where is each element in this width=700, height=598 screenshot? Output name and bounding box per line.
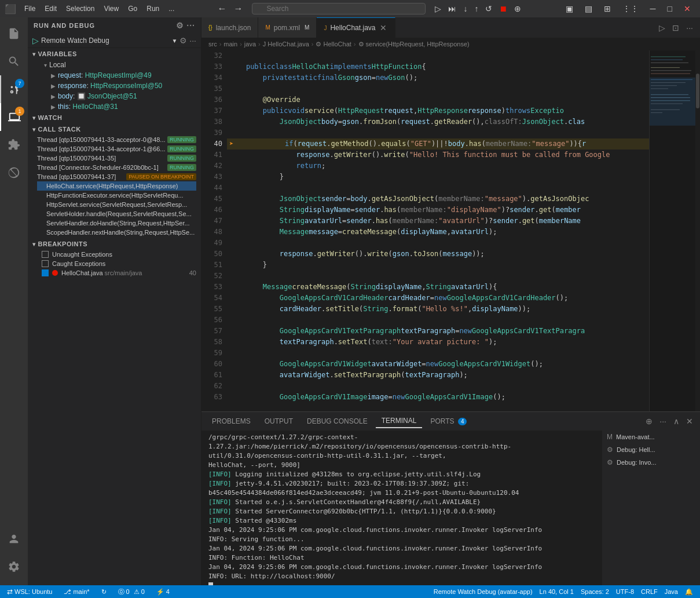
thread-3[interactable]: Thread [qtp1500079441-35] RUNNING xyxy=(28,154,201,163)
close-btn[interactable]: ✕ xyxy=(679,3,695,14)
layout-btn2[interactable]: ▤ xyxy=(580,3,597,14)
panel-tab-problems[interactable]: PROBLEMS xyxy=(206,415,256,428)
status-remote[interactable]: ⇄ WSL: Ubuntu xyxy=(5,585,54,598)
layout-btn4[interactable]: ⋮⋮ xyxy=(618,3,643,14)
activity-search[interactable] xyxy=(0,48,28,75)
restart-btn[interactable]: ↺ xyxy=(483,3,494,14)
more-actions-btn[interactable]: ··· xyxy=(684,22,695,34)
thread-2[interactable]: Thread [qtp1500079441-34-acceptor-1@66..… xyxy=(28,144,201,154)
status-eol[interactable]: CRLF xyxy=(639,585,660,598)
layout-btn3[interactable]: ⊞ xyxy=(599,3,615,14)
panel-tab-terminal[interactable]: TERMINAL xyxy=(376,414,423,428)
activity-settings[interactable] xyxy=(0,553,28,581)
tab-java-close-btn[interactable]: ✕ xyxy=(379,23,388,32)
frame-4[interactable]: ServletHandler.doHandle(String,Request,H… xyxy=(37,218,196,228)
debug-hell-item[interactable]: ⚙ Debug: Hell... xyxy=(602,443,700,456)
step-over-btn[interactable]: ⏭ xyxy=(446,3,459,14)
debug-config-more-btn[interactable]: ··· xyxy=(189,36,196,45)
panel-tab-ports[interactable]: PORTS 4 xyxy=(424,415,472,428)
panel-tab-debug-console[interactable]: DEBUG CONSOLE xyxy=(301,415,373,428)
frame-1[interactable]: HttpFunctionExecutor.service(HttpServlet… xyxy=(37,191,196,200)
layout-btn1[interactable]: ▣ xyxy=(561,3,578,14)
menu-go[interactable]: Go xyxy=(124,3,141,14)
minimize-btn[interactable]: ─ xyxy=(646,3,661,14)
nav-forward-btn[interactable]: → xyxy=(231,2,245,15)
status-sync[interactable]: ↻ xyxy=(99,585,109,598)
status-spaces[interactable]: Spaces: 2 xyxy=(578,585,611,598)
local-group[interactable]: ▾ Local xyxy=(28,60,201,70)
bp-caught[interactable]: Caught Exceptions xyxy=(28,259,201,268)
maximize-btn[interactable]: □ xyxy=(663,3,677,14)
bp-hellochat-checkbox[interactable] xyxy=(42,269,49,276)
status-position[interactable]: Ln 40, Col 1 xyxy=(537,585,576,598)
activity-source-control[interactable]: 7 xyxy=(0,75,28,103)
search-input[interactable] xyxy=(252,3,426,14)
scrollbar-thumb[interactable] xyxy=(696,74,699,108)
activity-debug[interactable]: 1 xyxy=(0,103,28,131)
debug-invo-item[interactable]: ⚙ Debug: Invo... xyxy=(602,456,700,469)
var-this[interactable]: ▶ this : HelloChat@31 xyxy=(28,101,201,112)
bp-hellochat[interactable]: HelloChat.java src/main/java 40 xyxy=(28,268,201,278)
bc-src[interactable]: src xyxy=(208,41,217,48)
var-body[interactable]: ▶ body : 🔲 JsonObject@51 xyxy=(28,91,201,101)
bp-uncaught-checkbox[interactable] xyxy=(42,251,49,258)
frame-5[interactable]: ScopedHandler.nextHandle(String,Request,… xyxy=(37,228,196,237)
bc-file[interactable]: J HelloChat.java xyxy=(263,41,309,48)
continue-btn[interactable]: ▷ xyxy=(433,3,444,14)
split-editor-btn[interactable]: ▷ xyxy=(657,22,668,34)
menu-selection[interactable]: Selection xyxy=(63,3,98,14)
thread-4[interactable]: Thread [Connector-Scheduler-6920b0bc-1] … xyxy=(28,163,201,172)
menu-edit[interactable]: Edit xyxy=(41,3,60,14)
status-notifications[interactable]: 🔔 xyxy=(683,585,695,598)
var-request[interactable]: ▶ request : HttpRequestImpl@49 xyxy=(28,70,201,81)
frame-3[interactable]: ServletHolder.handle(Request,ServletRequ… xyxy=(37,209,196,218)
thread-5[interactable]: Thread [qtp1500079441-37] PAUSED ON BREA… xyxy=(28,172,201,238)
menu-more[interactable]: ... xyxy=(165,3,178,14)
frame-2[interactable]: HttpServlet.service(ServletRequest,Servl… xyxy=(37,200,196,209)
menu-run[interactable]: Run xyxy=(143,3,163,14)
bc-method[interactable]: ⚙ service(HttpRequest, HttpResponse) xyxy=(358,41,470,48)
status-language[interactable]: Java xyxy=(662,585,680,598)
nav-back-btn[interactable]: ← xyxy=(215,2,229,15)
bc-java[interactable]: java xyxy=(244,41,256,48)
tab-hellochat-java[interactable]: J HelloChat.java ✕ xyxy=(317,17,395,38)
breakpoints-section-header[interactable]: ▾ BREAKPOINTS xyxy=(28,238,201,250)
status-debug-port[interactable]: ⚡ 4 xyxy=(154,585,172,598)
toggle-panel-btn[interactable]: ⊡ xyxy=(670,22,681,34)
activity-extensions[interactable] xyxy=(0,131,28,159)
bc-class[interactable]: ⚙ HelloChat xyxy=(316,41,351,48)
tab-pom-xml[interactable]: M pom.xml M xyxy=(258,17,317,38)
debug-gear-btn[interactable]: ⚙ xyxy=(176,21,184,30)
panel-add-btn[interactable]: ⊕ xyxy=(643,415,655,427)
debug-config-gear-btn[interactable]: ⚙ xyxy=(179,36,187,45)
variables-section-header[interactable]: ▾ VARIABLES xyxy=(28,48,201,60)
activity-testing[interactable] xyxy=(0,159,28,187)
watch-section-header[interactable]: ▾ WATCH xyxy=(28,112,201,123)
status-branch[interactable]: ⎇ main* xyxy=(61,585,91,598)
stop-btn[interactable]: ⏹ xyxy=(497,3,510,14)
thread-1[interactable]: Thread [qtp1500079441-33-acceptor-0@48..… xyxy=(28,135,201,144)
maven-avatar-item[interactable]: M Maven-avat... xyxy=(602,431,700,443)
activity-account[interactable] xyxy=(0,525,28,553)
status-debug-profile[interactable]: Remote Watch Debug (avatar-app) xyxy=(431,585,535,598)
bp-caught-checkbox[interactable] xyxy=(42,260,49,267)
debug-more-btn[interactable]: ··· xyxy=(186,21,195,30)
vertical-scrollbar[interactable] xyxy=(695,50,700,411)
frame-0[interactable]: HelloChat.service(HttpRequest,HttpRespon… xyxy=(37,181,196,191)
panel-collapse-btn[interactable]: ∧ xyxy=(671,415,681,427)
var-response[interactable]: ▶ response : HttpResponseImpl@50 xyxy=(28,81,201,91)
step-into-btn[interactable]: ↓ xyxy=(461,3,470,14)
bc-main[interactable]: main xyxy=(223,41,237,48)
status-encoding[interactable]: UTF-8 xyxy=(614,585,636,598)
menu-file[interactable]: File xyxy=(21,3,39,14)
bp-uncaught[interactable]: Uncaught Exceptions xyxy=(28,250,201,259)
panel-close-btn[interactable]: ✕ xyxy=(684,415,695,427)
tab-launch-json[interactable]: {} launch.json xyxy=(201,17,258,38)
code-content[interactable]: public class HelloChat implements HttpFu… xyxy=(227,50,649,411)
status-errors[interactable]: ⓪ 0 ⚠ 0 xyxy=(116,585,147,598)
panel-tab-output[interactable]: OUTPUT xyxy=(259,415,299,428)
debug-profile-selector[interactable]: ▷ Remote Watch Debug ▼ ⚙ ··· xyxy=(28,34,201,48)
activity-explorer[interactable] xyxy=(0,20,28,48)
step-out-btn[interactable]: ↑ xyxy=(472,3,481,14)
panel-more-btn[interactable]: ··· xyxy=(657,415,669,427)
